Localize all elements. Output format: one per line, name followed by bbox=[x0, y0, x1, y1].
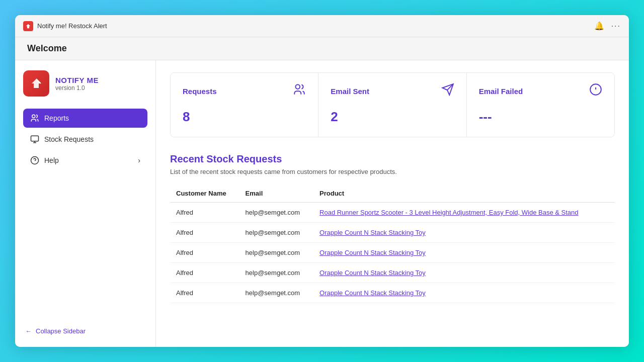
brand-logo-icon bbox=[23, 70, 49, 97]
reports-icon bbox=[30, 114, 39, 123]
brand-version: version 1.0 bbox=[55, 84, 99, 92]
collapse-sidebar-button[interactable]: ← Collapse Sidebar bbox=[23, 323, 147, 339]
cell-product-1[interactable]: Orapple Count N Stack Stacking Toy bbox=[313, 223, 615, 243]
stock-requests-label: Stock Requests bbox=[44, 135, 94, 143]
stat-header-requests: Requests bbox=[183, 83, 306, 99]
stat-card-email-sent: Email Sent 2 bbox=[318, 73, 466, 137]
cell-customer-0: Alfred bbox=[170, 203, 239, 223]
stat-header-email-sent: Email Sent bbox=[331, 83, 454, 99]
cell-customer-2: Alfred bbox=[170, 243, 239, 263]
stock-requests-table: Customer Name Email Product Alfred help@… bbox=[170, 185, 615, 303]
titlebar: Notify me! Restock Alert 🔔 ··· bbox=[15, 15, 629, 37]
cell-product-4[interactable]: Orapple Count N Stack Stacking Toy bbox=[313, 283, 615, 303]
stat-value-email-sent: 2 bbox=[331, 109, 454, 125]
chevron-right-icon: › bbox=[138, 156, 140, 164]
section-title: Recent Stock Requests bbox=[170, 153, 615, 165]
main-layout: NOTIFY ME version 1.0 Reports bbox=[15, 60, 629, 347]
cell-customer-1: Alfred bbox=[170, 223, 239, 243]
app-window: Notify me! Restock Alert 🔔 ··· Welcome N… bbox=[15, 15, 629, 347]
collapse-label: Collapse Sidebar bbox=[36, 327, 86, 335]
stock-requests-icon bbox=[30, 135, 39, 144]
sidebar-item-stock-requests[interactable]: Stock Requests bbox=[23, 130, 147, 149]
product-link-0[interactable]: Road Runner Sportz Scooter - 3 Level Hei… bbox=[319, 209, 579, 216]
bell-icon[interactable]: 🔔 bbox=[594, 21, 604, 31]
product-link-1[interactable]: Orapple Count N Stack Stacking Toy bbox=[319, 229, 426, 236]
email-sent-stat-icon bbox=[441, 83, 454, 99]
cell-email-1: help@semget.com bbox=[239, 223, 313, 243]
main-content: Requests 8 Email Sent bbox=[156, 60, 629, 347]
window-title: Notify me! Restock Alert bbox=[37, 22, 107, 30]
stat-header-email-failed: Email Failed bbox=[479, 83, 602, 99]
table-row: Alfred help@semget.com Orapple Count N S… bbox=[170, 283, 615, 303]
table-row: Alfred help@semget.com Road Runner Sport… bbox=[170, 203, 615, 223]
cell-product-0[interactable]: Road Runner Sportz Scooter - 3 Level Hei… bbox=[313, 203, 615, 223]
cell-customer-4: Alfred bbox=[170, 283, 239, 303]
stat-value-email-failed: --- bbox=[479, 109, 602, 125]
sidebar-item-help[interactable]: Help › bbox=[23, 151, 147, 170]
brand-name: NOTIFY ME bbox=[55, 76, 99, 84]
cell-email-4: help@semget.com bbox=[239, 283, 313, 303]
stat-value-requests: 8 bbox=[183, 109, 306, 125]
welcome-text: Welcome bbox=[27, 43, 67, 53]
more-options-icon[interactable]: ··· bbox=[611, 22, 621, 31]
col-header-customer: Customer Name bbox=[170, 185, 239, 203]
table-row: Alfred help@semget.com Orapple Count N S… bbox=[170, 263, 615, 283]
stat-label-email-failed: Email Failed bbox=[479, 87, 523, 96]
help-label: Help bbox=[44, 156, 59, 164]
product-link-2[interactable]: Orapple Count N Stack Stacking Toy bbox=[319, 249, 426, 256]
requests-stat-icon bbox=[293, 83, 306, 99]
brand-text: NOTIFY ME version 1.0 bbox=[55, 76, 99, 92]
stat-label-email-sent: Email Sent bbox=[331, 87, 369, 96]
svg-point-0 bbox=[32, 115, 35, 118]
product-link-4[interactable]: Orapple Count N Stack Stacking Toy bbox=[319, 289, 426, 297]
product-link-3[interactable]: Orapple Count N Stack Stacking Toy bbox=[319, 269, 426, 277]
stat-card-requests: Requests 8 bbox=[171, 73, 318, 137]
app-logo-icon bbox=[23, 21, 33, 31]
cell-email-2: help@semget.com bbox=[239, 243, 313, 263]
col-header-product: Product bbox=[313, 185, 615, 203]
table-header-row: Customer Name Email Product bbox=[170, 185, 615, 203]
stats-row: Requests 8 Email Sent bbox=[170, 72, 615, 137]
cell-email-0: help@semget.com bbox=[239, 203, 313, 223]
sidebar: NOTIFY ME version 1.0 Reports bbox=[15, 60, 156, 347]
sidebar-item-reports[interactable]: Reports bbox=[23, 109, 147, 128]
welcome-bar: Welcome bbox=[15, 37, 629, 60]
brand-area: NOTIFY ME version 1.0 bbox=[23, 70, 147, 97]
section-subtitle: List of the recent stock requests came f… bbox=[170, 168, 615, 175]
help-icon bbox=[30, 156, 39, 165]
col-header-email: Email bbox=[239, 185, 313, 203]
reports-label: Reports bbox=[44, 114, 69, 122]
arrow-left-icon: ← bbox=[25, 327, 32, 335]
svg-point-4 bbox=[296, 84, 300, 89]
cell-product-3[interactable]: Orapple Count N Stack Stacking Toy bbox=[313, 263, 615, 283]
titlebar-actions: 🔔 ··· bbox=[594, 21, 621, 31]
cell-customer-3: Alfred bbox=[170, 263, 239, 283]
stat-label-requests: Requests bbox=[183, 87, 217, 96]
titlebar-left: Notify me! Restock Alert bbox=[23, 21, 107, 31]
table-row: Alfred help@semget.com Orapple Count N S… bbox=[170, 223, 615, 243]
table-row: Alfred help@semget.com Orapple Count N S… bbox=[170, 243, 615, 263]
svg-rect-1 bbox=[31, 136, 39, 141]
cell-email-3: help@semget.com bbox=[239, 263, 313, 283]
cell-product-2[interactable]: Orapple Count N Stack Stacking Toy bbox=[313, 243, 615, 263]
stat-card-email-failed: Email Failed --- bbox=[467, 73, 614, 137]
email-failed-stat-icon bbox=[589, 83, 602, 99]
